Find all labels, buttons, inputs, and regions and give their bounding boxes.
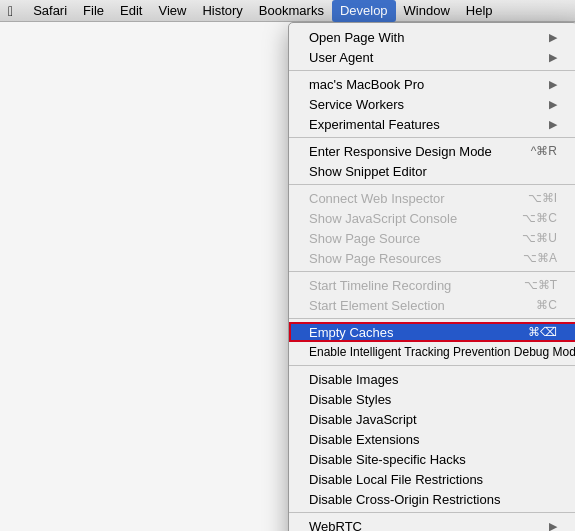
menu-webrtc[interactable]: WebRTC ▶: [289, 516, 575, 531]
menubar-edit[interactable]: Edit: [112, 0, 150, 22]
separator-5: [289, 318, 575, 319]
separator-4: [289, 271, 575, 272]
menubar-safari[interactable]: Safari: [25, 0, 75, 22]
separator-2: [289, 137, 575, 138]
separator-7: [289, 512, 575, 513]
separator-6: [289, 365, 575, 366]
menu-connect-web-inspector[interactable]: Connect Web Inspector ⌥⌘I: [289, 188, 575, 208]
menubar:  Safari File Edit View History Bookmark…: [0, 0, 575, 22]
menu-open-page-with[interactable]: Open Page With ▶: [289, 27, 575, 47]
menubar-bookmarks[interactable]: Bookmarks: [251, 0, 332, 22]
menu-enable-intelligent-tracking[interactable]: Enable Intelligent Tracking Prevention D…: [289, 342, 575, 362]
menu-disable-site-specific-hacks[interactable]: Disable Site-specific Hacks: [289, 449, 575, 469]
menubar-history[interactable]: History: [194, 0, 250, 22]
menu-show-page-resources[interactable]: Show Page Resources ⌥⌘A: [289, 248, 575, 268]
menu-service-workers[interactable]: Service Workers ▶: [289, 94, 575, 114]
menu-disable-cross-origin-restrictions[interactable]: Disable Cross-Origin Restrictions: [289, 489, 575, 509]
menu-empty-caches[interactable]: Empty Caches ⌘⌫: [289, 322, 575, 342]
menu-user-agent[interactable]: User Agent ▶: [289, 47, 575, 67]
menu-disable-images[interactable]: Disable Images: [289, 369, 575, 389]
menu-show-snippet-editor[interactable]: Show Snippet Editor: [289, 161, 575, 181]
apple-menu-icon[interactable]: : [8, 3, 13, 19]
separator-3: [289, 184, 575, 185]
develop-menu: Open Page With ▶ User Agent ▶ mac's MacB…: [288, 22, 575, 531]
separator-1: [289, 70, 575, 71]
menu-start-element-selection[interactable]: Start Element Selection ⌘C: [289, 295, 575, 315]
menubar-file[interactable]: File: [75, 0, 112, 22]
menu-experimental-features[interactable]: Experimental Features ▶: [289, 114, 575, 134]
menu-disable-local-file-restrictions[interactable]: Disable Local File Restrictions: [289, 469, 575, 489]
menubar-help[interactable]: Help: [458, 0, 501, 22]
menubar-develop[interactable]: Develop: [332, 0, 396, 22]
menu-show-page-source[interactable]: Show Page Source ⌥⌘U: [289, 228, 575, 248]
menubar-window[interactable]: Window: [396, 0, 458, 22]
menu-macs-macbook-pro[interactable]: mac's MacBook Pro ▶: [289, 74, 575, 94]
menu-disable-styles[interactable]: Disable Styles: [289, 389, 575, 409]
menu-disable-javascript[interactable]: Disable JavaScript: [289, 409, 575, 429]
menu-start-timeline-recording[interactable]: Start Timeline Recording ⌥⌘T: [289, 275, 575, 295]
menu-disable-extensions[interactable]: Disable Extensions: [289, 429, 575, 449]
menu-enter-responsive-design-mode[interactable]: Enter Responsive Design Mode ^⌘R: [289, 141, 575, 161]
menubar-view[interactable]: View: [150, 0, 194, 22]
menu-show-javascript-console[interactable]: Show JavaScript Console ⌥⌘C: [289, 208, 575, 228]
